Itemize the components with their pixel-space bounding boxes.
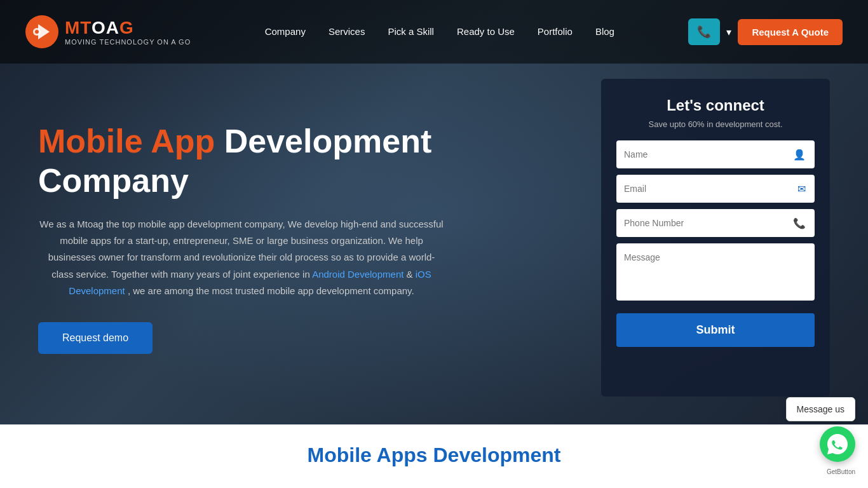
form-title: Let's connect (616, 97, 815, 114)
logo-title: MTOAG (65, 18, 191, 38)
nav-item-blog[interactable]: Blog (595, 26, 614, 37)
phone-field-icon: 📞 (784, 217, 815, 229)
nav-links: Company Services Pick a Skill Ready to U… (265, 26, 614, 37)
phone-button[interactable]: 📞 (688, 18, 720, 45)
name-field-wrap: 👤 (616, 140, 815, 168)
nav-right: 📞 ▾ Request A Quote (688, 18, 843, 45)
nav-item-pick-a-skill[interactable]: Pick a Skill (388, 26, 434, 37)
whatsapp-message-bubble[interactable]: Message us (786, 397, 855, 421)
hero-content: Mobile App Development Company We as a M… (38, 71, 515, 354)
logo-subtitle: Moving Technology On a Go (65, 38, 191, 46)
logo-area[interactable]: MTOAG Moving Technology On a Go (25, 15, 191, 48)
below-fold-title: Mobile Apps Development (25, 444, 843, 467)
nav-item-company[interactable]: Company (265, 26, 306, 37)
nav-item-portfolio[interactable]: Portfolio (538, 26, 573, 37)
request-demo-button[interactable]: Request demo (38, 322, 153, 354)
hero-desc-end: , we are among the most trusted mobile a… (128, 285, 414, 296)
logo-text: MTOAG Moving Technology On a Go (65, 18, 191, 46)
email-input[interactable] (616, 175, 789, 203)
whatsapp-button[interactable] (820, 426, 855, 462)
svg-point-3 (35, 30, 39, 34)
hero-title-orange: Mobile App (38, 123, 215, 159)
android-dev-link[interactable]: Android Development (312, 269, 403, 280)
nav-item-ready-to-use[interactable]: Ready to Use (457, 26, 515, 37)
connect-form: Let's connect Save upto 60% in developme… (601, 79, 830, 396)
submit-button[interactable]: Submit (616, 313, 815, 347)
hero-description: We as a Mtoag the top mobile app develop… (38, 216, 445, 299)
dropdown-arrow-icon[interactable]: ▾ (726, 26, 731, 38)
phone-icon: 📞 (697, 25, 711, 39)
hero-section: Mobile App Development Company We as a M… (0, 0, 868, 424)
getbutton-label: GetButton (827, 468, 855, 475)
hero-title: Mobile App Development Company (38, 121, 515, 201)
below-fold-section: Mobile Apps Development (0, 424, 868, 480)
phone-field-wrap: 📞 (616, 209, 815, 237)
user-icon: 👤 (784, 149, 815, 161)
nav-item-services[interactable]: Services (329, 26, 365, 37)
navbar: MTOAG Moving Technology On a Go Company … (0, 0, 868, 64)
message-textarea[interactable] (616, 243, 815, 301)
whatsapp-icon (827, 434, 848, 454)
email-icon: ✉ (789, 183, 815, 195)
phone-input[interactable] (616, 209, 784, 237)
request-quote-button[interactable]: Request A Quote (738, 19, 843, 45)
message-field-wrap (616, 243, 815, 301)
hero-desc-connector: & (407, 269, 416, 280)
logo-icon (25, 15, 58, 48)
form-subtitle: Save upto 60% in development cost. (616, 119, 815, 129)
name-input[interactable] (616, 140, 784, 168)
email-field-wrap: ✉ (616, 175, 815, 203)
whatsapp-widget: Message us GetButton (786, 397, 855, 475)
